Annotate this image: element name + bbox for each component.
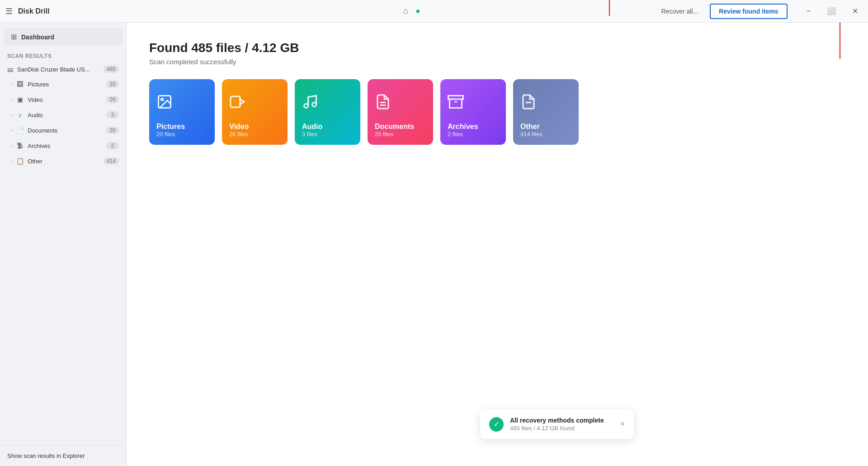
notification-title: All recovery methods complete: [510, 417, 613, 424]
titlebar: ☰ Disk Drill ⌂ ● Recover all... Review f…: [0, 0, 868, 23]
sidebar: ⊞ Dashboard Scan results 🖴 SanDisk Cruze…: [0, 23, 127, 466]
documents-label: Documents: [28, 127, 103, 134]
other-card-icon: [520, 86, 571, 114]
video-card-name: Video: [229, 123, 280, 131]
documents-card-count: 20 files: [375, 131, 426, 138]
other-card-name: Other: [520, 123, 571, 131]
close-button[interactable]: ✕: [848, 5, 863, 17]
video-label: Video: [28, 96, 103, 103]
notification-subtitle: 485 files / 4.12 GB found: [510, 425, 613, 432]
sidebar-item-audio[interactable]: › ♪ Audio 3: [0, 107, 126, 123]
other-label: Other: [28, 158, 100, 165]
archives-icon: 🗜: [16, 142, 24, 149]
chevron-right-icon: ›: [11, 159, 12, 164]
card-video[interactable]: Video 26 files: [222, 79, 288, 145]
svg-point-4: [161, 99, 164, 101]
scan-device-row[interactable]: 🖴 SanDisk Cruzer Blade US... 485: [0, 62, 126, 76]
chevron-right-icon: ›: [11, 143, 12, 148]
other-icon: 📋: [16, 157, 24, 165]
dashboard-grid-icon: ⊞: [11, 33, 17, 41]
titlebar-right: Recover all... Review found items − ⬜ ✕: [656, 4, 863, 19]
chevron-right-icon: ›: [11, 128, 12, 133]
svg-marker-6: [240, 99, 244, 105]
audio-label: Audio: [28, 112, 103, 119]
archives-card-name: Archives: [448, 123, 499, 131]
pictures-count: 20: [106, 81, 119, 88]
sidebar-item-pictures[interactable]: › 🖼 Pictures 20: [0, 76, 126, 92]
sidebar-item-dashboard[interactable]: ⊞ Dashboard: [4, 28, 123, 46]
card-archives[interactable]: Archives 2 files: [440, 79, 506, 145]
sidebar-item-documents[interactable]: › 📄 Documents 20: [0, 123, 126, 138]
notification-close-button[interactable]: ×: [620, 419, 625, 429]
app-title: Disk Drill: [18, 7, 49, 15]
notification-toast: ✓ All recovery methods complete 485 file…: [480, 409, 634, 439]
card-documents[interactable]: Documents 20 files: [368, 79, 433, 145]
sidebar-item-other[interactable]: › 📋 Other 414: [0, 153, 126, 169]
audio-card-count: 3 files: [302, 131, 353, 138]
card-audio[interactable]: Audio 3 files: [295, 79, 360, 145]
video-card-icon: [229, 86, 280, 114]
archives-card-icon: [448, 86, 499, 114]
minimize-button[interactable]: −: [802, 5, 815, 17]
audio-card-icon: [302, 86, 353, 114]
pictures-card-count: 20 files: [156, 131, 208, 138]
maximize-button[interactable]: ⬜: [822, 5, 840, 17]
sidebar-item-archives[interactable]: › 🗜 Archives 2: [0, 138, 126, 153]
sidebar-nav: ⊞ Dashboard Scan results 🖴 SanDisk Cruze…: [0, 23, 126, 172]
audio-icon: ♪: [16, 111, 24, 119]
notification-text: All recovery methods complete 485 files …: [510, 417, 613, 432]
main-layout: ⊞ Dashboard Scan results 🖴 SanDisk Cruze…: [0, 23, 868, 466]
pictures-label: Pictures: [28, 81, 103, 88]
home-icon[interactable]: ⌂: [403, 6, 408, 16]
documents-icon: 📄: [16, 127, 24, 134]
svg-point-7: [304, 104, 308, 108]
pictures-icon: 🖼: [16, 81, 24, 88]
video-count: 26: [106, 96, 119, 103]
card-other[interactable]: Other 414 files: [513, 79, 579, 145]
svg-rect-11: [448, 96, 463, 100]
show-scan-results-explorer-button[interactable]: Show scan results in Explorer: [7, 452, 85, 459]
notification-check-icon: ✓: [489, 417, 504, 432]
video-card-count: 26 files: [229, 131, 280, 138]
scan-status-subtitle: Scan completed successfully: [149, 58, 845, 66]
svg-rect-5: [231, 96, 240, 107]
titlebar-left: ☰ Disk Drill: [5, 6, 49, 16]
audio-count: 3: [106, 111, 119, 119]
scan-results-label: Scan results: [0, 48, 126, 62]
show-explorer-area[interactable]: Show scan results in Explorer: [0, 445, 126, 466]
recover-all-button[interactable]: Recover all...: [656, 5, 703, 18]
video-icon: ▣: [16, 96, 24, 103]
archives-count: 2: [106, 142, 119, 149]
archives-label: Archives: [28, 143, 103, 149]
documents-count: 20: [106, 127, 119, 134]
review-found-items-button[interactable]: Review found items: [710, 4, 787, 19]
pictures-card-name: Pictures: [156, 123, 208, 131]
audio-card-name: Audio: [302, 123, 353, 131]
pictures-card-icon: [156, 86, 208, 114]
main-content: Found 485 files / 4.12 GB Scan completed…: [127, 23, 868, 466]
dashboard-label: Dashboard: [21, 33, 54, 41]
documents-card-name: Documents: [375, 123, 426, 131]
svg-point-8: [312, 103, 316, 107]
device-count-badge: 485: [104, 66, 119, 73]
chevron-right-icon: ›: [11, 97, 12, 102]
sidebar-item-video[interactable]: › ▣ Video 26: [0, 92, 126, 107]
category-cards-grid: Pictures 20 files Video 26 files: [149, 79, 845, 145]
titlebar-center: ⌂ ●: [49, 6, 656, 16]
card-pictures[interactable]: Pictures 20 files: [149, 79, 215, 145]
device-name: SanDisk Cruzer Blade US...: [17, 66, 100, 73]
found-files-title: Found 485 files / 4.12 GB: [149, 41, 845, 55]
check-circle-icon: ●: [415, 6, 420, 16]
chevron-right-icon: ›: [11, 113, 12, 118]
documents-card-icon: [375, 86, 426, 114]
chevron-right-icon: ›: [11, 82, 12, 87]
other-count: 414: [104, 157, 119, 165]
archives-card-count: 2 files: [448, 131, 499, 138]
hamburger-icon[interactable]: ☰: [5, 6, 13, 16]
other-card-count: 414 files: [520, 131, 571, 138]
drive-icon: 🖴: [7, 66, 14, 73]
